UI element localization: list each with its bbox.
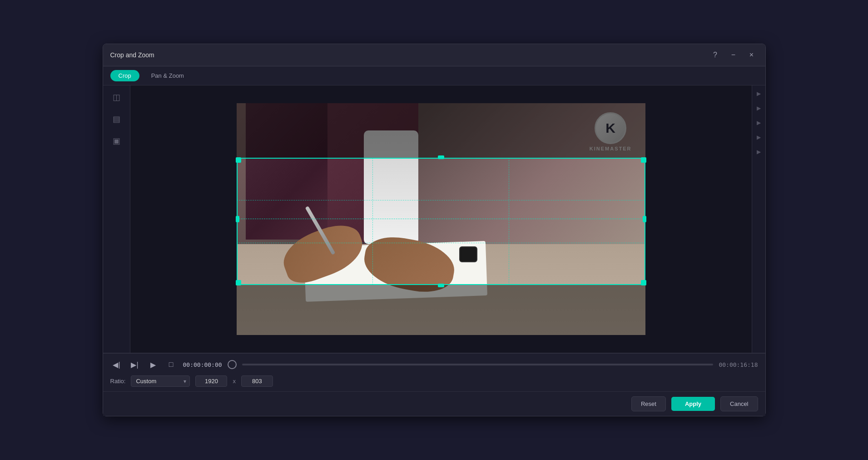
- title-bar-controls: ? − ×: [709, 49, 758, 61]
- tabs-row: Crop Pan & Zoom: [103, 66, 765, 85]
- ratio-row: Ratio: Custom x: [110, 375, 758, 387]
- current-time: 00:00:00:00: [183, 361, 222, 368]
- cancel-button[interactable]: Cancel: [720, 396, 758, 411]
- help-button[interactable]: ?: [709, 49, 722, 61]
- reset-button[interactable]: Reset: [631, 396, 666, 411]
- left-panel-icon-1[interactable]: ◫: [108, 89, 124, 105]
- dialog-title: Crop and Zoom: [110, 51, 154, 59]
- ratio-select[interactable]: Custom: [131, 375, 190, 387]
- playback-row: ◀| ▶| ▶ □ 00:00:00:00 00:00:16:18: [110, 358, 758, 371]
- video-area: K KINEMASTER: [130, 85, 752, 353]
- main-content: ◫ ▤ ▣: [103, 85, 765, 353]
- left-panel: ◫ ▤ ▣: [103, 85, 130, 353]
- left-panel-icon-2[interactable]: ▤: [108, 111, 124, 127]
- dimension-separator: x: [233, 378, 236, 385]
- apply-button[interactable]: Apply: [671, 397, 715, 411]
- step-back-button[interactable]: ◀|: [110, 358, 123, 371]
- play-button[interactable]: ▶: [147, 358, 159, 371]
- width-input[interactable]: [195, 375, 227, 387]
- left-panel-icon-3[interactable]: ▣: [108, 133, 124, 149]
- right-panel: ▶ ▶ ▶ ▶ ▶: [752, 85, 765, 353]
- ratio-select-wrapper: Custom: [131, 375, 190, 387]
- ratio-label: Ratio:: [110, 378, 126, 385]
- bottom-controls: ◀| ▶| ▶ □ 00:00:00:00 00:00:16:18 Ratio:…: [103, 353, 765, 391]
- height-input[interactable]: [241, 375, 273, 387]
- right-panel-icon-5[interactable]: ▶: [754, 147, 763, 156]
- tab-pan-zoom[interactable]: Pan & Zoom: [143, 70, 192, 81]
- action-row: Reset Apply Cancel: [103, 391, 765, 416]
- timeline-bar[interactable]: [242, 364, 714, 365]
- close-button[interactable]: ×: [745, 49, 758, 61]
- video-container: K KINEMASTER: [237, 103, 645, 335]
- watermark: K KINEMASTER: [590, 112, 632, 151]
- right-panel-icon-1[interactable]: ▶: [754, 89, 763, 98]
- right-panel-icon-2[interactable]: ▶: [754, 104, 763, 113]
- fullscreen-button[interactable]: □: [165, 358, 178, 371]
- total-time: 00:00:16:18: [719, 361, 758, 368]
- watermark-logo: K: [595, 112, 626, 144]
- play-frame-button[interactable]: ▶|: [129, 358, 141, 371]
- right-panel-icon-3[interactable]: ▶: [754, 118, 763, 127]
- watermark-text: KINEMASTER: [590, 146, 632, 151]
- right-panel-icon-4[interactable]: ▶: [754, 133, 763, 142]
- crop-and-zoom-dialog: Crop and Zoom ? − × Crop Pan & Zoom ◫ ▤ …: [103, 44, 766, 416]
- title-bar: Crop and Zoom ? − ×: [103, 44, 765, 66]
- video-scene: K KINEMASTER: [237, 103, 645, 335]
- bottom-section: ◀| ▶| ▶ □ 00:00:00:00 00:00:16:18 Ratio:…: [103, 353, 765, 416]
- tab-crop[interactable]: Crop: [110, 70, 139, 81]
- playhead-circle[interactable]: [228, 360, 237, 369]
- watch: [459, 246, 477, 262]
- minimize-button[interactable]: −: [727, 49, 740, 61]
- shirt: [364, 130, 418, 244]
